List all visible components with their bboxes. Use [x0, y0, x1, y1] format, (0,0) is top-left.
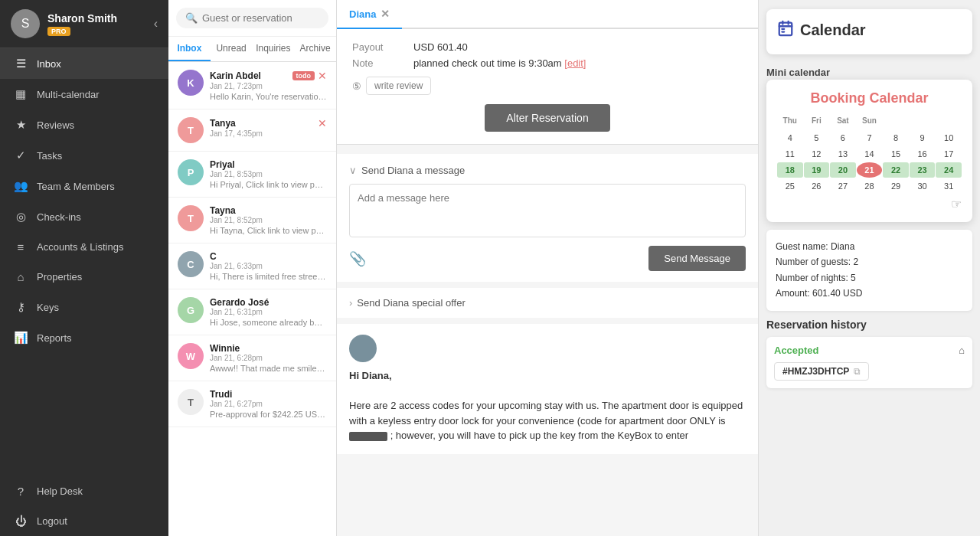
cal-day[interactable]: 16	[910, 146, 936, 162]
help-icon: ?	[14, 485, 28, 498]
edit-note-link[interactable]: [edit]	[564, 57, 586, 69]
special-offer-row[interactable]: › Send Diana special offer	[337, 288, 758, 318]
conv-body: Tanya ✕ Jan 17, 4:35pm	[210, 117, 327, 139]
alter-reservation-button[interactable]: Alter Reservation	[485, 104, 609, 132]
sidebar-item-properties[interactable]: ⌂ Properties	[0, 262, 168, 292]
message-input[interactable]	[349, 184, 746, 237]
avatar: P	[178, 159, 204, 185]
sidebar-item-inbox[interactable]: ☰ Inbox	[0, 48, 168, 79]
cal-day-header	[910, 114, 936, 127]
cal-day-today[interactable]: 21	[857, 162, 883, 178]
cal-day[interactable]: 26	[804, 178, 830, 194]
accounts-icon: ≡	[14, 240, 28, 253]
message-body: Payout USD 601.40 Note planned check out…	[337, 29, 758, 536]
search-input[interactable]	[202, 12, 319, 24]
conv-date: Jan 21, 6:33pm	[210, 262, 327, 270]
avatar: W	[178, 343, 204, 369]
guest-name: Guest name: Diana	[776, 239, 963, 254]
cal-day[interactable]: 14	[857, 146, 883, 162]
list-item[interactable]: T Trudi Jan 21, 6:27pm Pre-approval for …	[168, 381, 336, 427]
amount: Amount: 601.40 USD	[776, 286, 963, 301]
sidebar-item-logout[interactable]: ⏻ Logout	[0, 506, 168, 536]
tab-diana[interactable]: Diana ✕	[337, 0, 402, 29]
reservation-history-card: Accepted ⌂ #HMZJ3DHTCP ⧉	[766, 337, 972, 388]
conv-preview: Hi Tayna, Click link to view pho...	[210, 226, 327, 235]
close-icon[interactable]: ✕	[318, 117, 327, 129]
conv-body: Winnie Jan 21, 6:28pm Awww!! That made m…	[210, 343, 327, 373]
cal-day[interactable]: 12	[804, 146, 830, 162]
cal-day[interactable]: 22	[883, 162, 909, 178]
close-icon[interactable]: ✕	[318, 70, 327, 82]
conv-name: Tayna	[210, 205, 236, 216]
sidebar-item-reports[interactable]: 📊 Reports	[0, 322, 168, 353]
cal-day[interactable]: 29	[883, 178, 909, 194]
user-info: Sharon Smith PRO	[47, 12, 146, 36]
cal-day[interactable]: 31	[936, 178, 962, 194]
cal-day[interactable]: 5	[804, 130, 830, 145]
list-item[interactable]: W Winnie Jan 21, 6:28pm Awww!! That made…	[168, 335, 336, 381]
cal-day[interactable]: 19	[804, 162, 830, 178]
sidebar-item-accounts-listings[interactable]: ≡ Accounts & Listings	[0, 232, 168, 262]
sidebar-item-tasks[interactable]: ✓ Tasks	[0, 140, 168, 171]
list-item[interactable]: K Karin Abdel todo ✕ Jan 21, 7:23pm Hell…	[168, 62, 336, 109]
cal-day[interactable]: 7	[857, 130, 883, 145]
cal-day-header: Sat	[830, 114, 856, 127]
tab-close-button[interactable]: ✕	[381, 8, 390, 20]
tab-unread[interactable]: Unread	[211, 37, 253, 61]
tab-strip: Diana ✕	[337, 0, 758, 29]
cal-day[interactable]: 25	[777, 178, 803, 194]
cal-day[interactable]: 15	[883, 146, 909, 162]
reservation-history-title: Reservation history	[766, 319, 972, 331]
sidebar-item-label: Accounts & Listings	[37, 241, 123, 253]
send-message-button[interactable]: Send Message	[648, 246, 746, 271]
tasks-icon: ✓	[14, 149, 28, 162]
list-item[interactable]: G Gerardo José Jan 21, 6:31pm Hi Jose, s…	[168, 289, 336, 335]
compose-header[interactable]: ∨ Send Diana a message	[349, 165, 746, 176]
sidebar-item-check-ins[interactable]: ◎ Check-ins	[0, 201, 168, 232]
sidebar-item-reviews[interactable]: ★ Reviews	[0, 109, 168, 140]
cal-day[interactable]: 20	[830, 162, 856, 178]
conv-preview: Hi Jose, someone already book...	[210, 318, 327, 327]
tab-label: Diana	[349, 8, 376, 20]
list-item[interactable]: P Priyal Jan 21, 8:53pm Hi Priyal, Click…	[168, 152, 336, 198]
cal-day[interactable]: 9	[910, 130, 936, 145]
user-name: Sharon Smith	[47, 12, 146, 25]
sidebar-item-team-members[interactable]: 👥 Team & Members	[0, 171, 168, 201]
write-review-section: ⑤ write review	[352, 77, 743, 95]
tab-inquiries[interactable]: Inquiries	[253, 37, 295, 61]
collapse-sidebar-button[interactable]: ‹	[154, 17, 158, 31]
cal-day[interactable]: 13	[830, 146, 856, 162]
sidebar-item-keys[interactable]: ⚷ Keys	[0, 292, 168, 322]
cal-day[interactable]: 27	[830, 178, 856, 194]
list-item[interactable]: T Tanya ✕ Jan 17, 4:35pm	[168, 109, 336, 152]
cal-day[interactable]: 8	[883, 130, 909, 145]
cal-day[interactable]: 17	[936, 146, 962, 162]
booking-calendar-title: Booking Calendar	[777, 90, 962, 106]
keys-icon: ⚷	[14, 300, 28, 314]
attach-icon[interactable]: 📎	[349, 250, 366, 267]
write-review-button[interactable]: write review	[366, 77, 431, 95]
conv-preview: Hi, There is limited free street ...	[210, 272, 327, 281]
list-item[interactable]: C C Jan 21, 6:33pm Hi, There is limited …	[168, 243, 336, 289]
list-item[interactable]: T Tayna Jan 21, 8:52pm Hi Tayna, Click l…	[168, 198, 336, 243]
diana-msg-body: Hi Diana, Here are 2 access codes for yo…	[349, 368, 746, 443]
cal-day[interactable]: 28	[857, 178, 883, 194]
tab-archive[interactable]: Archive	[294, 37, 336, 61]
cal-day[interactable]: 11	[777, 146, 803, 162]
cal-day[interactable]: 23	[910, 162, 936, 178]
note-row: Note planned check out time is 9:30am [e…	[352, 57, 743, 69]
cal-day[interactable]: 30	[910, 178, 936, 194]
cal-day-header: Thu	[777, 114, 803, 127]
team-icon: 👥	[14, 179, 28, 193]
sidebar-item-help-desk[interactable]: ? Help Desk	[0, 476, 168, 506]
cal-day[interactable]: 24	[936, 162, 962, 178]
cal-day[interactable]: 4	[777, 130, 803, 145]
cal-day[interactable]: 18	[777, 162, 803, 178]
sidebar-item-multi-calendar[interactable]: ▦ Multi-calendar	[0, 79, 168, 109]
cal-day[interactable]: 10	[936, 130, 962, 145]
num-guests: Number of guests: 2	[776, 254, 963, 270]
tab-inbox[interactable]: Inbox	[168, 37, 211, 61]
inbox-panel: 🔍 Inbox Unread Inquiries Archive K Karin…	[168, 0, 337, 536]
copy-icon[interactable]: ⧉	[854, 366, 861, 377]
cal-day[interactable]: 6	[830, 130, 856, 145]
